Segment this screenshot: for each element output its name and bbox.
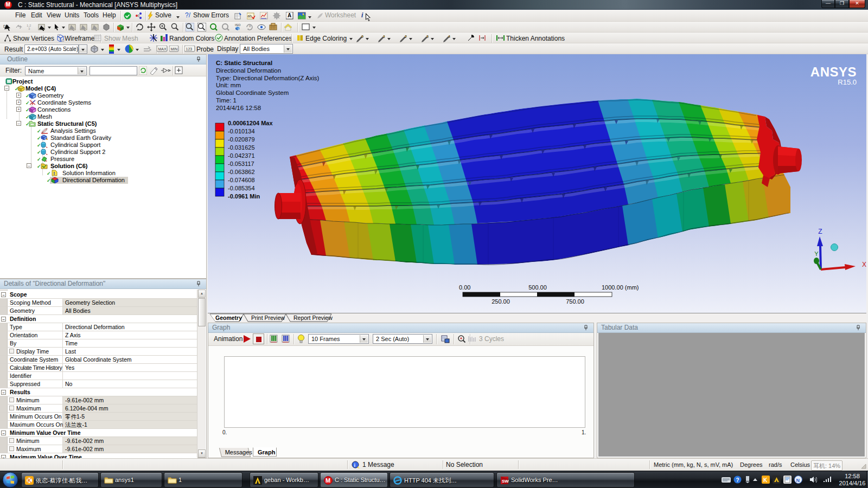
svg-text:ab: ab [247, 14, 252, 18]
svg-text:-0.063862: -0.063862 [228, 169, 255, 175]
svg-text:Report Preview: Report Preview [293, 314, 333, 321]
svg-text:i: i [354, 463, 356, 468]
svg-text:K: K [763, 477, 768, 483]
svg-text:-0.074608: -0.074608 [228, 177, 255, 183]
svg-text:-0.031625: -0.031625 [228, 144, 255, 151]
svg-text:C: Static Structural: C: Static Structural [216, 60, 272, 66]
svg-text:R15.0: R15.0 [838, 78, 857, 86]
svg-text:Z: Z [818, 228, 822, 235]
svg-text:MAX: MAX [158, 47, 167, 51]
svg-text:Time: 1: Time: 1 [216, 97, 237, 104]
svg-text:-0.053117: -0.053117 [228, 160, 254, 167]
svg-text:4: 4 [448, 35, 450, 38]
svg-text:-0.042371: -0.042371 [228, 152, 255, 159]
svg-text:0: 0 [361, 35, 363, 38]
svg-text:-0.010134: -0.010134 [228, 128, 255, 134]
svg-text:Print Preview: Print Preview [251, 314, 285, 321]
svg-text:SW: SW [502, 479, 509, 484]
svg-text:N: N [796, 478, 800, 483]
svg-text:250.00: 250.00 [492, 298, 510, 305]
svg-text:0.00: 0.00 [459, 284, 470, 291]
svg-text:3: 3 [28, 27, 30, 30]
svg-text:X: X [862, 261, 866, 268]
svg-text:2014/4/16 12:58: 2014/4/16 12:58 [216, 105, 261, 111]
svg-text:K: K [28, 478, 32, 484]
svg-text:750.00: 750.00 [566, 298, 584, 305]
svg-text:Y: Y [814, 251, 819, 257]
svg-text:Type: Directional Deformation(: Type: Directional Deformation(Z Axis) [216, 75, 320, 81]
svg-text:ISO: ISO [235, 23, 241, 27]
svg-text:500.00: 500.00 [528, 284, 547, 291]
svg-text:0.00061204 Max: 0.00061204 Max [228, 120, 273, 126]
svg-text:1000.00 (mm): 1000.00 (mm) [602, 284, 639, 291]
svg-text:2: 2 [405, 35, 407, 38]
svg-text:123: 123 [186, 47, 193, 51]
svg-text:-0.0961 Min: -0.0961 Min [228, 193, 260, 200]
svg-text:M: M [326, 477, 330, 484]
svg-text:Geometry: Geometry [215, 314, 242, 321]
svg-text:-0.085354: -0.085354 [228, 185, 255, 191]
svg-text:Global Coordinate System: Global Coordinate System [216, 89, 289, 96]
svg-text:MIN: MIN [171, 47, 178, 51]
svg-text:-0.020879: -0.020879 [228, 136, 255, 143]
svg-text:ANSYS: ANSYS [810, 65, 857, 79]
svg-text:3: 3 [426, 35, 429, 38]
svg-text:?: ? [736, 477, 739, 483]
svg-text:Unit: mm: Unit: mm [216, 82, 241, 88]
svg-text:A: A [288, 12, 291, 18]
svg-text:Directional Deformation: Directional Deformation [216, 67, 281, 74]
svg-text:1: 1 [383, 35, 385, 38]
